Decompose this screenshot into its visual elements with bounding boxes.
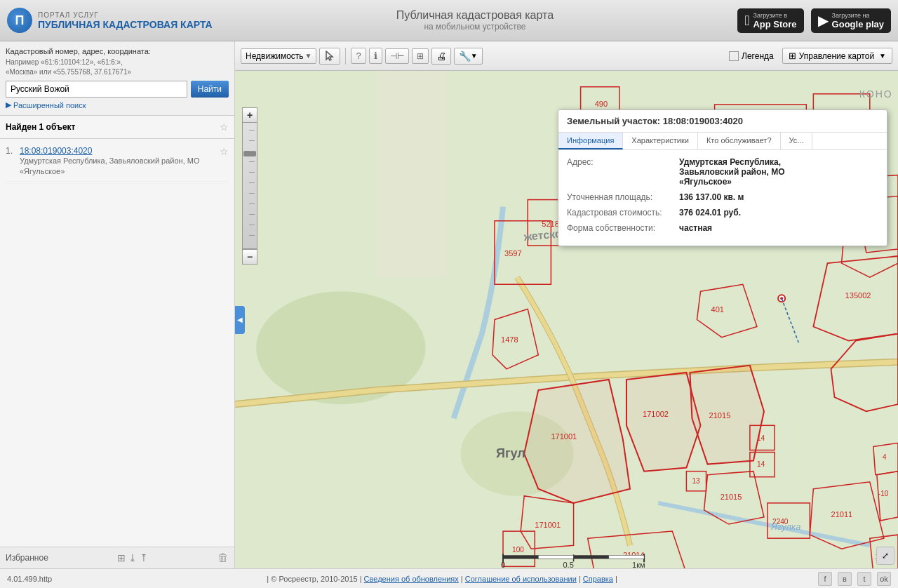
help-link[interactable]: Справка <box>583 575 613 583</box>
footer-right: f в t ok <box>818 572 891 586</box>
legend-label: Легенда <box>742 51 774 61</box>
legend-checkbox[interactable] <box>729 51 739 61</box>
svg-text:КОНО: КОНО <box>859 88 893 100</box>
result-address: Удмуртская Республика, Завьяловский райо… <box>20 156 216 178</box>
svg-text:171001: 171001 <box>535 521 561 529</box>
measure-area-btn[interactable]: ⊞ <box>412 48 429 64</box>
map-attribution: ⤢ <box>876 547 894 565</box>
header-logo: П ПОРТАЛ УСЛУГ ПУБЛИЧНАЯ КАДАСТРОВАЯ КАР… <box>7 8 213 33</box>
zoom-slider[interactable] <box>242 123 257 249</box>
result-link[interactable]: 18:08:019003:4020 <box>20 146 216 156</box>
popup-content: Адрес: Удмуртская Республика,Завьяловски… <box>558 150 887 246</box>
googleplay-badge[interactable]: ▶ Загрузите на Google play <box>811 8 891 33</box>
svg-rect-61 <box>609 555 644 559</box>
search-row: Найти <box>6 81 229 98</box>
svg-text:0.5: 0.5 <box>563 561 573 568</box>
manage-map-button[interactable]: ⊞ Управление картой ▼ <box>782 48 892 64</box>
results-list: 1. 18:08:019003:4020 Удмуртская Республи… <box>0 139 234 547</box>
svg-text:1478: 1478 <box>501 335 518 344</box>
map-area[interactable]: Недвижимость ▼ ? ℹ ⊣⊢ ⊞ 🖨 🔧 <box>235 41 898 568</box>
svg-text:-10: -10 <box>878 490 889 497</box>
social-icon-3[interactable]: t <box>857 572 871 586</box>
search-hint: Например «61:6:10104:12», «61:6:»,«Москв… <box>6 58 229 77</box>
favorites-export-icon[interactable]: ⤓ <box>128 552 137 563</box>
portal-subtitle: ПОРТАЛ УСЛУГ <box>38 11 213 19</box>
manage-map-arrow-icon: ▼ <box>879 52 886 60</box>
zoom-out-button[interactable]: − <box>242 249 257 265</box>
area-row: Уточненная площадь: 136 137.00 кв. м <box>567 192 878 202</box>
updates-link[interactable]: Сведения об обновлениях <box>364 575 459 583</box>
fullscreen-icon[interactable]: ⤢ <box>876 547 894 565</box>
layer-select[interactable]: Недвижимость ▼ <box>241 48 316 64</box>
tab-characteristics[interactable]: Характеристики <box>623 133 698 149</box>
popup-title: Земельный участок: 18:08:019003:4020 <box>558 110 887 133</box>
area-value: 136 137.00 кв. м <box>679 192 878 202</box>
svg-text:171002: 171002 <box>643 410 669 418</box>
svg-text:0: 0 <box>501 561 505 568</box>
svg-text:171001: 171001 <box>551 432 577 441</box>
svg-text:21011: 21011 <box>831 510 852 519</box>
triangle-icon: ▶ <box>6 100 11 109</box>
svg-text:Ягул: Ягул <box>496 446 525 460</box>
area-icon: ⊞ <box>417 51 424 61</box>
search-section: Кадастровый номер, адрес, координата: На… <box>0 41 234 116</box>
dropdown-arrow-icon: ▼ <box>305 52 312 60</box>
favorites-add-icon[interactable]: ⊞ <box>117 552 126 563</box>
social-icon-1[interactable]: f <box>818 572 832 586</box>
app-badges:  Загрузите в App Store ▶ Загрузите на G… <box>737 8 891 33</box>
svg-text:13: 13 <box>692 477 700 485</box>
favorite-star-icon[interactable]: ☆ <box>220 121 229 133</box>
pin-icon[interactable]: ☆ <box>220 146 229 157</box>
advanced-search-link[interactable]: ▶ Расширенный поиск <box>6 100 229 109</box>
googleplay-name: Google play <box>832 19 884 29</box>
collapse-panel-button[interactable]: ◀ <box>235 306 245 334</box>
measure-distance-btn[interactable]: ⊣⊢ <box>385 48 409 64</box>
map-toolbar: Недвижимость ▼ ? ℹ ⊣⊢ ⊞ 🖨 🔧 <box>235 41 898 71</box>
map-background[interactable]: 490 1788 3012 494 122 135002 <box>235 71 898 568</box>
svg-text:1км: 1км <box>632 561 645 568</box>
svg-rect-58 <box>503 555 538 559</box>
question-tool-btn[interactable]: ? <box>351 48 366 64</box>
legend-button[interactable]: Легенда <box>729 51 774 61</box>
main-layout: Кадастровый номер, адрес, координата: На… <box>0 41 898 568</box>
map-subtitle: на мобильном устройстве <box>424 22 525 32</box>
address-row: Адрес: Удмуртская Республика,Завьяловски… <box>567 157 878 187</box>
print-btn[interactable]: 🖨 <box>431 48 451 65</box>
zoom-controls: + − <box>242 107 257 265</box>
svg-text:135002: 135002 <box>845 291 871 300</box>
agreement-link[interactable]: Соглашение об использовании <box>465 575 577 583</box>
settings-btn[interactable]: 🔧 ▼ <box>454 48 483 65</box>
address-label: Адрес: <box>567 157 679 167</box>
cadastral-value-row: Кадастровая стоимость: 376 024.01 руб. <box>567 208 878 218</box>
favorites-import-icon[interactable]: ⤒ <box>140 552 148 563</box>
trash-icon[interactable]: 🗑 <box>217 552 229 564</box>
zoom-handle[interactable] <box>243 151 256 156</box>
search-input[interactable] <box>6 81 187 98</box>
cursor-icon <box>324 51 335 62</box>
info-tool-btn[interactable]: ℹ <box>369 48 382 64</box>
pointer-tool-btn[interactable] <box>319 48 340 65</box>
area-label: Уточненная площадь: <box>567 192 679 202</box>
social-icon-4[interactable]: ok <box>877 572 891 586</box>
tab-info[interactable]: Информация <box>558 133 623 149</box>
tab-service[interactable]: Кто обслуживает? <box>698 133 781 149</box>
zoom-in-button[interactable]: + <box>242 107 257 123</box>
layer-label: Недвижимость <box>246 51 304 61</box>
dropdown-arrow-icon2: ▼ <box>471 52 478 60</box>
tab-more[interactable]: Ус... <box>781 133 813 149</box>
results-count: Найден 1 объект <box>6 122 76 132</box>
result-number: 1. <box>6 146 16 156</box>
cadastral-value-value: 376 024.01 руб. <box>679 208 878 218</box>
popup-tabs: Информация Характеристики Кто обслуживае… <box>558 133 887 150</box>
social-icon-2[interactable]: в <box>838 572 852 586</box>
left-panel: Кадастровый номер, адрес, координата: На… <box>0 41 235 568</box>
favorites-label: Избранное <box>6 553 48 563</box>
play-icon: ▶ <box>818 12 829 29</box>
svg-text:3597: 3597 <box>504 249 522 258</box>
search-label: Кадастровый номер, адрес, координата: <box>6 47 229 55</box>
version-text: 4.01.499.http <box>7 575 52 583</box>
address-value: Удмуртская Республика,Завьяловский район… <box>679 157 878 187</box>
appstore-badge[interactable]:  Загрузите в App Store <box>737 8 803 33</box>
svg-text:490: 490 <box>595 100 608 108</box>
search-button[interactable]: Найти <box>191 81 229 98</box>
